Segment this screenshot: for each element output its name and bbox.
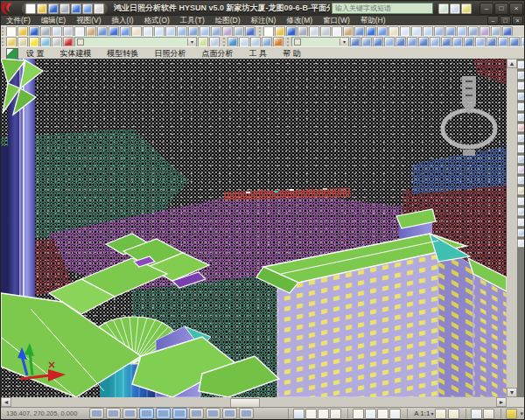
menu-item-7[interactable]: 标注(N)	[246, 16, 282, 26]
taper-faces-icon[interactable]	[517, 144, 525, 153]
doc-restore-button[interactable]: □	[500, 16, 511, 25]
scroll-right-button[interactable]: ►	[496, 397, 507, 407]
menu-item-9[interactable]: 窗口(W)	[318, 16, 355, 26]
close-button[interactable]: ×	[509, 3, 523, 15]
separate-icon[interactable]	[517, 218, 525, 227]
move-faces-icon[interactable]	[517, 102, 525, 111]
drawing-canvas[interactable]	[1, 59, 507, 397]
intersect-icon[interactable]	[517, 81, 525, 90]
app-logo-icon[interactable]	[1, 1, 18, 16]
clean-icon[interactable]	[517, 207, 525, 216]
window-controls: –□×	[480, 3, 523, 15]
shell-icon[interactable]	[517, 228, 525, 237]
scroll-left-button[interactable]: ◄	[1, 397, 11, 407]
offset-faces-icon[interactable]	[517, 113, 525, 122]
osnap-toggle[interactable]	[156, 408, 171, 419]
menu-item-6[interactable]: 绘图(D)	[210, 16, 246, 26]
menu-item-3[interactable]: 日照分析	[147, 48, 194, 60]
scroll-down-button[interactable]: ▼	[507, 388, 517, 397]
menu-item-0[interactable]: 文件(F)	[1, 16, 36, 26]
workspace-group	[466, 409, 495, 419]
ducs-toggle[interactable]	[189, 408, 204, 419]
polar-toggle[interactable]	[139, 408, 154, 419]
comm-center-icon[interactable]	[450, 4, 460, 14]
menu-item-1[interactable]: 实体建模	[52, 48, 100, 60]
favorites-star-icon[interactable]	[461, 4, 472, 14]
menu-item-4[interactable]: 格式(O)	[139, 16, 175, 26]
lwt-toggle[interactable]	[222, 408, 237, 419]
check-icon[interactable]	[517, 239, 525, 248]
qmenu-drop-icon[interactable]	[94, 4, 104, 14]
rotate-faces-icon[interactable]	[517, 134, 525, 143]
qplot-icon[interactable]	[60, 4, 70, 14]
extrude-faces-icon[interactable]	[517, 92, 525, 101]
maximize-button[interactable]: □	[494, 3, 508, 15]
imprint-icon[interactable]	[517, 197, 525, 206]
scroll-up-button[interactable]: ▲	[507, 59, 517, 68]
chevron-down-icon: ▾	[187, 38, 196, 46]
layout-icon[interactable]	[330, 409, 341, 419]
otrack-toggle[interactable]	[172, 408, 187, 419]
toolbar-lock-icon[interactable]	[483, 409, 494, 419]
quick-properties-toggle[interactable]	[239, 408, 254, 419]
qredo-icon[interactable]	[82, 4, 93, 14]
doc-minimize-button[interactable]: –	[487, 16, 499, 25]
search-icon[interactable]	[438, 4, 449, 14]
qnew-icon[interactable]	[25, 4, 36, 14]
menu-item-3[interactable]: 插入(I)	[107, 16, 139, 26]
annotation-scale-button[interactable]: A 1:1 ▾	[412, 410, 435, 417]
show-motion-icon[interactable]	[389, 409, 401, 419]
right-windowed-tower	[468, 258, 507, 397]
auto-annotate-icon[interactable]	[448, 409, 459, 419]
color-edges-icon[interactable]	[517, 186, 525, 195]
search-input[interactable]	[332, 3, 433, 14]
qopen-icon[interactable]	[37, 4, 47, 14]
snap-toggle[interactable]	[89, 408, 104, 419]
navigation-group	[347, 409, 402, 419]
delete-faces-icon[interactable]	[517, 123, 525, 132]
copy-faces-icon[interactable]	[517, 155, 525, 164]
quick-view-drawings-icon[interactable]	[318, 409, 329, 419]
menu-item-10[interactable]: 帮助(H)	[355, 16, 391, 26]
horizontal-scrollbar[interactable]: ◄ ►	[1, 397, 507, 407]
north-arrow-compass	[443, 76, 495, 156]
zoom-status-icon[interactable]	[365, 409, 376, 419]
menu-items: 文件(F)编辑(E)视图(V)插入(I)格式(O)工具(T)绘图(D)标注(N)…	[1, 16, 391, 26]
vertical-scrollbar[interactable]: ▲ ▼	[507, 59, 517, 397]
pan-status-icon[interactable]	[353, 409, 364, 419]
steering-wheel-icon[interactable]	[377, 409, 388, 419]
doc-close-button[interactable]: ×	[512, 16, 523, 25]
menu-item-2[interactable]: 视图(V)	[71, 16, 106, 26]
minimize-button[interactable]: –	[480, 3, 494, 15]
color-faces-icon[interactable]	[517, 165, 525, 174]
chevron-down-icon: ▾	[430, 410, 433, 416]
menu-item-1[interactable]: 编辑(E)	[36, 16, 71, 26]
document-window-controls: –□×	[487, 16, 523, 25]
union-icon[interactable]	[517, 60, 525, 69]
plugin-menu-items: 设 置实体建模模型转换日照分析点面分析工 具帮 助	[18, 48, 309, 60]
annotation-icons	[435, 409, 460, 419]
menu-item-6[interactable]: 帮 助	[275, 48, 309, 60]
copy-edges-icon[interactable]	[517, 176, 525, 185]
hysun-plugin-icon[interactable]	[6, 48, 18, 60]
model-icon[interactable]	[293, 409, 304, 419]
menu-item-8[interactable]: 修改(M)	[281, 16, 318, 26]
info-center-search	[332, 3, 433, 14]
menu-item-0[interactable]: 设 置	[18, 48, 52, 60]
ortho-toggle[interactable]	[122, 408, 137, 419]
qundo-icon[interactable]	[71, 4, 81, 14]
quick-access-toolbar	[22, 3, 108, 15]
tray-arrow-icon[interactable]: ▾	[517, 410, 525, 417]
menu-item-5[interactable]: 工具(T)	[175, 16, 210, 26]
subtract-icon[interactable]	[517, 71, 525, 80]
workspace-gear-icon[interactable]	[471, 409, 482, 419]
menu-item-5[interactable]: 工 具	[242, 48, 276, 60]
clean-screen-icon[interactable]	[506, 409, 517, 419]
menu-item-2[interactable]: 模型转换	[100, 48, 147, 60]
quick-view-layouts-icon[interactable]	[305, 409, 317, 419]
qsave-icon[interactable]	[48, 4, 59, 14]
menu-item-4[interactable]: 点面分析	[194, 48, 242, 60]
dyn-toggle[interactable]	[206, 408, 220, 419]
annotation-visibility-icon[interactable]	[435, 409, 446, 419]
grid-toggle[interactable]	[106, 408, 121, 419]
